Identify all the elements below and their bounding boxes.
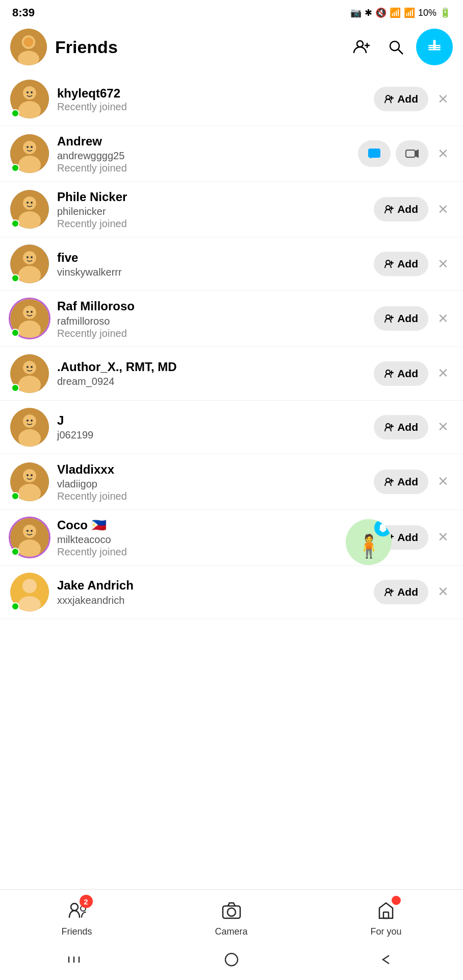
bottom-nav-items: 2 Friends Camera For you xyxy=(0,890,463,941)
friend-username-author: dream_0924 xyxy=(57,375,374,388)
system-back-button[interactable] xyxy=(62,949,92,970)
svg-point-70 xyxy=(23,469,36,482)
dismiss-button-j[interactable]: ✕ xyxy=(433,415,453,439)
add-button-author[interactable]: Add xyxy=(374,361,428,386)
svg-point-40 xyxy=(27,256,29,258)
svg-point-24 xyxy=(27,146,29,148)
dismiss-button-khyle[interactable]: ✕ xyxy=(433,87,453,111)
friend-info-jake: Jake Andrichxxxjakeandrich xyxy=(57,577,374,606)
svg-point-57 xyxy=(31,366,33,368)
svg-point-17 xyxy=(31,91,33,93)
friend-name-vladdi: Vladdixxx xyxy=(57,461,374,477)
online-dot-khyle xyxy=(11,109,19,117)
nav-camera[interactable]: Camera xyxy=(215,898,247,937)
svg-point-16 xyxy=(27,91,29,93)
friend-actions-raf: Add✕ xyxy=(374,306,453,331)
add-button-j[interactable]: Add xyxy=(374,415,428,439)
friend-avatar-j xyxy=(10,408,49,447)
online-dot-author xyxy=(11,384,19,392)
nav-for-you[interactable]: For you xyxy=(370,898,401,937)
friends-nav-label: Friends xyxy=(61,926,92,937)
svg-point-33 xyxy=(31,202,33,204)
friend-actions-jake: Add✕ xyxy=(374,580,453,604)
friend-item-raf[interactable]: Raf MillorosorafmillorosoRecently joined… xyxy=(0,291,463,347)
add-friend-button[interactable] xyxy=(349,34,375,60)
friend-username-phile: philenicker xyxy=(57,205,374,218)
friend-avatar-phile xyxy=(10,190,49,229)
dismiss-button-vladdi[interactable]: ✕ xyxy=(433,470,453,494)
camera-button-andrew[interactable] xyxy=(396,140,428,167)
friend-info-author: .Author_X., RMT, MDdream_0924 xyxy=(57,359,374,388)
system-recents-button[interactable] xyxy=(371,949,401,970)
friend-item-coco[interactable]: Coco 🇵🇭milkteacocoRecently joined 🧍 Add✕ xyxy=(0,510,463,566)
add-button-raf[interactable]: Add xyxy=(374,306,428,331)
friend-avatar-author xyxy=(10,354,49,393)
svg-rect-26 xyxy=(368,149,380,158)
header: Friends xyxy=(0,23,463,72)
bottom-nav: 2 Friends Camera For you xyxy=(0,889,463,980)
dismiss-button-coco[interactable]: ✕ xyxy=(433,525,453,549)
system-nav xyxy=(0,941,463,980)
system-home-button[interactable] xyxy=(216,949,247,970)
friend-status-coco: Recently joined xyxy=(57,546,374,558)
dismiss-button-raf[interactable]: ✕ xyxy=(433,307,453,331)
friend-item-j[interactable]: Jj062199 Add✕ xyxy=(0,401,463,454)
mute-icon: 🔇 xyxy=(375,7,387,18)
online-dot-five xyxy=(11,274,19,282)
svg-point-41 xyxy=(31,256,33,258)
svg-line-8 xyxy=(398,50,403,54)
bitmoji-overlay-coco: 🧍 xyxy=(346,519,392,565)
svg-point-54 xyxy=(23,361,36,374)
friend-avatar-andrew xyxy=(10,134,49,173)
friend-item-andrew[interactable]: Andrewandrewgggg25Recently joined ✕ xyxy=(0,126,463,182)
svg-point-7 xyxy=(390,41,399,51)
add-button-jake[interactable]: Add xyxy=(374,580,428,604)
dismiss-button-five[interactable]: ✕ xyxy=(433,252,453,276)
friend-avatar-coco xyxy=(10,518,49,557)
svg-point-65 xyxy=(31,420,33,422)
svg-point-91 xyxy=(71,903,78,911)
friend-info-five: fivevinskywalkerrr xyxy=(57,250,374,279)
friend-name-coco: Coco 🇵🇭 xyxy=(57,517,374,533)
wifi-icon: 📶 xyxy=(390,7,401,18)
svg-point-4 xyxy=(357,41,363,47)
online-dot-jake xyxy=(11,602,19,610)
message-button-andrew[interactable] xyxy=(358,140,391,167)
add-button-khyle[interactable]: Add xyxy=(374,87,428,111)
svg-rect-99 xyxy=(225,953,238,966)
dismiss-button-andrew[interactable]: ✕ xyxy=(433,142,453,166)
svg-point-38 xyxy=(23,251,36,264)
nav-friends[interactable]: 2 Friends xyxy=(61,898,92,937)
camera-nav-icon xyxy=(219,898,244,923)
svg-point-3 xyxy=(24,37,34,47)
dismiss-button-phile[interactable]: ✕ xyxy=(433,198,453,222)
add-button-five[interactable]: Add xyxy=(374,252,428,276)
battery-icon: 🔋 xyxy=(440,7,451,18)
friend-info-andrew: Andrewandrewgggg25Recently joined xyxy=(57,133,358,174)
friend-item-jake[interactable]: Jake Andrichxxxjakeandrich Add✕ xyxy=(0,566,463,619)
add-button-vladdi[interactable]: Add xyxy=(374,470,428,494)
friend-avatar-raf xyxy=(10,299,49,338)
new-snap-button[interactable] xyxy=(416,29,453,65)
friend-name-phile: Phile Nicker xyxy=(57,189,374,205)
user-avatar[interactable] xyxy=(10,29,47,65)
header-actions xyxy=(349,29,453,65)
status-icons: 📷 ✱ 🔇 📶 📶 10% 🔋 xyxy=(350,7,451,18)
friend-item-khyle[interactable]: khyleqt672Recently joined Add✕ xyxy=(0,72,463,126)
dismiss-button-author[interactable]: ✕ xyxy=(433,361,453,385)
friend-item-author[interactable]: .Author_X., RMT, MDdream_0924 Add✕ xyxy=(0,347,463,401)
friends-nav-icon: 2 xyxy=(64,898,90,923)
friend-item-phile[interactable]: Phile NickerphilenickerRecently joined A… xyxy=(0,182,463,237)
battery-text: 10% xyxy=(418,8,436,18)
friend-status-khyle: Recently joined xyxy=(57,101,374,113)
friend-username-j: j062199 xyxy=(57,428,374,442)
friend-item-five[interactable]: fivevinskywalkerrr Add✕ xyxy=(0,237,463,291)
svg-point-25 xyxy=(31,146,33,148)
friend-item-vladdi[interactable]: VladdixxxvladiigopRecently joined Add✕ xyxy=(0,454,463,510)
svg-point-72 xyxy=(27,474,29,476)
add-button-phile[interactable]: Add xyxy=(374,197,428,222)
svg-point-22 xyxy=(23,141,36,154)
search-button[interactable] xyxy=(382,34,409,60)
dismiss-button-jake[interactable]: ✕ xyxy=(433,580,453,604)
svg-point-94 xyxy=(227,908,236,916)
